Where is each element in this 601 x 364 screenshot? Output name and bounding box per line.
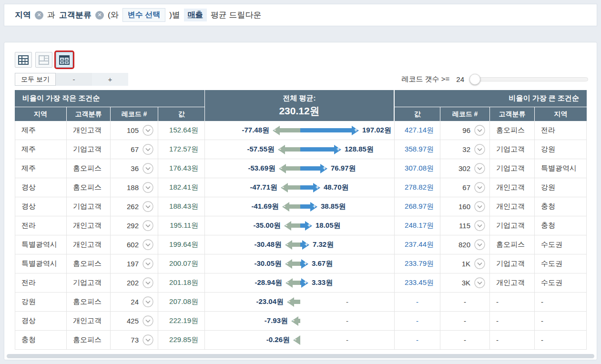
record-count: 820 [458, 241, 470, 249]
right-records-cell: 3K [440, 273, 489, 293]
right-value-cell: 233.79원 [394, 254, 440, 273]
expand-chevron-icon[interactable] [143, 296, 153, 307]
expand-chevron-icon[interactable] [143, 182, 153, 193]
right-records-cell: 96 [440, 121, 489, 140]
expand-chevron-icon[interactable] [143, 125, 153, 136]
right-arrow-icon: + [300, 278, 308, 288]
left-segment-cell: 기업고객 [66, 140, 110, 159]
expand-chevron-icon[interactable] [143, 315, 153, 326]
left-region-cell: 강원 [15, 293, 66, 312]
difference-cell: -47.71원-+48.70원 [204, 178, 394, 197]
right-records-cell: 302 [440, 159, 489, 178]
record-count: 160 [458, 202, 470, 211]
positive-diff-label: 3.67원 [312, 259, 333, 268]
remove-segment-icon[interactable]: ✕ [95, 11, 104, 20]
difference-cell: -23.04원-- [204, 293, 394, 312]
right-segment-cell: 개인고객 [489, 178, 534, 197]
drilldown-panel: 모두 보기 - + 레코드 갯수 >= 24 비율이 가장 작은 조건순 전체 … [4, 42, 597, 360]
expand-chevron-icon[interactable] [474, 201, 485, 212]
slider-thumb[interactable] [469, 74, 480, 85]
expand-chevron-icon[interactable] [143, 239, 153, 250]
right-region-cell: - [534, 331, 587, 350]
difference-cell: -30.48원-+7.32원 [204, 235, 394, 254]
record-count-slider[interactable] [470, 77, 588, 81]
left-region-cell: 경상 [15, 178, 66, 197]
left-records-cell: 197 [110, 254, 158, 273]
left-arrow-icon: - [285, 278, 300, 288]
measure-chip-sales[interactable]: 매출 [184, 9, 207, 21]
right-arrow-icon: + [300, 182, 320, 193]
positive-diff-label: 38.85원 [321, 202, 346, 211]
negative-diff-label: -30.48원 [254, 240, 282, 249]
left-arrow-icon: - [291, 316, 300, 326]
left-arrow-icon: - [287, 297, 300, 307]
expand-chevron-icon[interactable] [143, 144, 153, 155]
negative-diff-label: -28.94원 [255, 278, 282, 287]
left-arrow-icon: - [278, 144, 300, 155]
show-all-button[interactable]: 모두 보기 [15, 73, 56, 86]
right-value-cell: - [394, 312, 440, 331]
col-header-right-region[interactable]: 지역 [534, 107, 587, 121]
layout-view-button[interactable] [35, 52, 52, 68]
decrease-rows-button[interactable]: - [56, 73, 92, 86]
expand-chevron-icon[interactable] [143, 258, 153, 269]
expand-chevron-icon[interactable] [474, 220, 485, 231]
left-value-cell: 199.64원 [158, 235, 204, 254]
right-region-cell: 충청 [534, 197, 587, 216]
expand-chevron-icon[interactable] [474, 277, 485, 288]
positive-diff-label: 48.70원 [324, 183, 349, 192]
record-count: 292 [127, 222, 139, 230]
record-count: 1K [462, 260, 470, 268]
col-header-right-records[interactable]: 레코드 # [440, 107, 489, 121]
record-count: 262 [127, 202, 139, 211]
expand-chevron-icon[interactable] [474, 163, 485, 174]
expand-chevron-icon[interactable] [143, 220, 153, 231]
left-segment-cell: 기업고객 [66, 197, 110, 216]
record-count: 3K [462, 279, 470, 287]
col-header-left-records[interactable]: 레코드 # [110, 107, 158, 121]
col-header-right-segment[interactable]: 고객분류 [489, 107, 534, 121]
right-segment-cell: - [489, 312, 534, 331]
positive-diff-label: - [346, 317, 348, 325]
expand-chevron-icon[interactable] [474, 182, 485, 193]
difference-cell: -53.69원-+76.97원 [204, 159, 394, 178]
column-table-view-icon [18, 55, 29, 65]
negative-diff-label: -53.69원 [248, 164, 275, 173]
left-value-cell: 176.43원 [158, 159, 204, 178]
dimension-chip-segment[interactable]: 고객분류 [59, 10, 92, 20]
expand-chevron-icon[interactable] [143, 334, 153, 345]
dimension-chip-region[interactable]: 지역 [15, 10, 31, 20]
difference-cell: -7.93원-- [204, 312, 394, 331]
right-value-cell: 233.45원 [394, 273, 440, 293]
overall-average-header: 전체 평균: 230.12원 [204, 90, 394, 121]
expand-chevron-icon[interactable] [474, 239, 485, 250]
drilldown-compare-view-button[interactable] [56, 52, 73, 68]
left-region-cell: 제주 [15, 140, 66, 159]
expand-chevron-icon[interactable] [474, 258, 485, 269]
right-records-cell: - [440, 331, 489, 350]
horizontal-scrollbar[interactable] [7, 354, 594, 358]
right-value-cell: 248.17원 [394, 216, 440, 235]
difference-cell: -30.05원-+3.67원 [204, 254, 394, 273]
variable-select-button[interactable]: 변수 선택 [122, 8, 165, 22]
expand-chevron-icon[interactable] [143, 163, 153, 174]
col-header-right-value[interactable]: 값 [394, 107, 440, 121]
remove-region-icon[interactable]: ✕ [35, 11, 43, 20]
expand-chevron-icon[interactable] [474, 144, 485, 155]
expand-chevron-icon[interactable] [143, 277, 153, 288]
positive-diff-label: 197.02원 [362, 126, 391, 135]
col-header-left-segment[interactable]: 고객분류 [66, 107, 110, 121]
right-arrow-icon: + [300, 163, 327, 174]
left-arrow-icon: - [285, 240, 300, 250]
expand-chevron-icon[interactable] [474, 125, 485, 136]
col-header-left-region[interactable]: 지역 [15, 107, 66, 121]
right-segment-cell: - [489, 331, 534, 350]
right-arrow-icon: + [300, 202, 317, 212]
increase-rows-button[interactable]: + [92, 73, 128, 86]
left-value-cell: 182.41원 [158, 178, 204, 197]
column-table-view-button[interactable] [15, 52, 32, 68]
difference-cell: -41.69원-+38.85원 [204, 197, 394, 216]
expand-chevron-icon[interactable] [143, 201, 153, 212]
col-header-left-value[interactable]: 값 [158, 107, 204, 121]
left-value-cell: 229.85원 [158, 331, 204, 350]
